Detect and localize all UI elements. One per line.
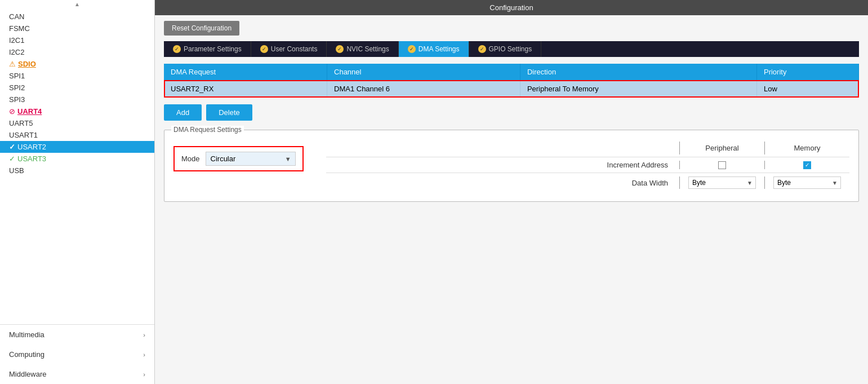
memory-increment-cell[interactable]: ✓	[765, 161, 849, 169]
sidebar-item-i2c1[interactable]: I2C1	[0, 34, 154, 46]
dma-col-channel: Channel	[327, 64, 520, 80]
sidebar-item-sdio[interactable]: ⚠ SDIO	[0, 58, 154, 70]
tabs-bar: ✓Parameter Settings✓User Constants✓NVIC …	[164, 41, 859, 57]
sidebar-item-uart5[interactable]: UART5	[0, 117, 154, 129]
tab-check-icon: ✓	[408, 45, 416, 53]
sidebar-item-label-can: CAN	[9, 12, 24, 21]
sidebar-item-can[interactable]: CAN	[0, 11, 154, 23]
peripheral-memory-section: Peripheral Memory Increment Address	[326, 142, 849, 192]
sidebar-item-label-spi2: SPI2	[9, 83, 25, 92]
warning-icon: ⚠	[9, 60, 16, 68]
memory-header: Memory	[765, 142, 849, 155]
config-title: Configuration	[489, 3, 533, 12]
peripheral-header: Peripheral	[680, 142, 764, 155]
sidebar-item-label-i2c2: I2C2	[9, 48, 24, 56]
sidebar-section-middleware[interactable]: Middleware›	[0, 364, 154, 384]
mode-select-wrapper: NormalCircular ▼	[206, 152, 296, 166]
dma-table-row[interactable]: USART2_RXDMA1 Channel 6Peripheral To Mem…	[164, 80, 859, 98]
dma-col-priority: Priority	[756, 64, 858, 80]
tab-label-parameter: Parameter Settings	[184, 45, 242, 53]
sidebar-section-multimedia[interactable]: Multimedia›	[0, 325, 154, 345]
sidebar: ▲ CANFSMCI2C1I2C2⚠ SDIOSPI1SPI2SPI3⊘ UAR…	[0, 0, 155, 384]
checkmark-icon: ✓	[9, 143, 15, 151]
config-body: Reset Configuration ✓Parameter Settings✓…	[155, 15, 868, 384]
chevron-right-icon: ›	[143, 351, 145, 358]
sidebar-sections: Multimedia›Computing›Middleware›	[0, 324, 154, 384]
mode-label: Mode	[181, 155, 200, 163]
tab-label-nvic: NVIC Settings	[346, 45, 389, 53]
tab-check-icon: ✓	[478, 45, 486, 53]
sidebar-item-usart2[interactable]: ✓ USART2	[0, 141, 154, 153]
data-width-label: Data Width	[326, 179, 679, 187]
sidebar-item-label-usart1: USART1	[9, 131, 38, 139]
memory-increment-checkbox[interactable]: ✓	[803, 161, 811, 169]
sidebar-item-fsmc[interactable]: FSMC	[0, 23, 154, 34]
add-button[interactable]: Add	[164, 104, 202, 121]
data-width-row: Data Width ByteHalf WordWord ▼	[326, 173, 849, 192]
dma-col-direction: Direction	[520, 64, 756, 80]
tab-label-dma: DMA Settings	[419, 45, 460, 53]
sidebar-item-label-usart2: USART2	[17, 143, 46, 151]
sidebar-item-usart3[interactable]: ✓ USART3	[0, 153, 154, 165]
peripheral-data-width-select-wrapper: ByteHalf WordWord ▼	[688, 176, 756, 189]
mode-section: Mode NormalCircular ▼	[173, 146, 304, 171]
dma-settings-legend: DMA Request Settings	[171, 126, 244, 134]
dma-table-body: USART2_RXDMA1 Channel 6Peripheral To Mem…	[164, 80, 859, 98]
dma-cell-direction: Peripheral To Memory	[520, 80, 756, 98]
sidebar-item-i2c2[interactable]: I2C2	[0, 46, 154, 58]
sidebar-item-usb[interactable]: USB	[0, 165, 154, 176]
sidebar-item-spi1[interactable]: SPI1	[0, 70, 154, 82]
memory-data-width-select[interactable]: ByteHalf WordWord	[773, 176, 841, 189]
tab-check-icon: ✓	[173, 45, 181, 53]
sidebar-section-label-middleware: Middleware	[9, 370, 46, 378]
tab-user_constants[interactable]: ✓User Constants	[251, 41, 327, 57]
tab-label-gpio: GPIO Settings	[489, 45, 532, 53]
chevron-right-icon: ›	[143, 332, 145, 338]
peripheral-data-width-select[interactable]: ByteHalf WordWord	[688, 176, 756, 189]
sidebar-section-label-computing: Computing	[9, 350, 44, 359]
memory-data-width-cell: ByteHalf WordWord ▼	[765, 176, 849, 189]
dma-col-dma-request: DMA Request	[164, 64, 327, 80]
check-icon: ✓	[9, 155, 15, 163]
sidebar-item-label-usb: USB	[9, 166, 24, 175]
sidebar-section-label-multimedia: Multimedia	[9, 330, 44, 339]
dma-table-header-row: DMA RequestChannelDirectionPriority	[164, 64, 859, 80]
dma-request-settings: DMA Request Settings Mode NormalCircular…	[164, 130, 859, 202]
tab-check-icon: ✓	[260, 45, 268, 53]
mode-select[interactable]: NormalCircular	[206, 152, 296, 166]
sidebar-item-label-spi3: SPI3	[9, 95, 25, 104]
delete-button[interactable]: Delete	[206, 104, 252, 121]
peripheral-data-width-cell: ByteHalf WordWord ▼	[680, 176, 764, 189]
dma-cell-channel: DMA1 Channel 6	[327, 80, 520, 98]
tab-check-icon: ✓	[336, 45, 344, 53]
main-content: Configuration Reset Configuration ✓Param…	[155, 0, 868, 384]
action-buttons: Add Delete	[164, 104, 859, 121]
tab-parameter[interactable]: ✓Parameter Settings	[164, 41, 251, 57]
sidebar-item-usart1[interactable]: USART1	[0, 129, 154, 141]
scroll-up-arrow[interactable]: ▲	[0, 0, 154, 8]
sidebar-item-label-usart3: USART3	[17, 155, 46, 163]
cancel-icon: ⊘	[9, 107, 15, 116]
tab-nvic[interactable]: ✓NVIC Settings	[327, 41, 398, 57]
sidebar-item-label-sdio: SDIO	[18, 60, 36, 68]
chevron-right-icon: ›	[143, 371, 145, 378]
reset-configuration-button[interactable]: Reset Configuration	[164, 21, 239, 36]
tab-gpio[interactable]: ✓GPIO Settings	[469, 41, 542, 57]
sidebar-item-spi3[interactable]: SPI3	[0, 94, 154, 105]
sidebar-item-label-spi1: SPI1	[9, 72, 25, 80]
sidebar-item-label-uart5: UART5	[9, 119, 33, 127]
sidebar-section-computing[interactable]: Computing›	[0, 345, 154, 364]
increment-address-label: Increment Address	[326, 161, 679, 169]
sidebar-item-label-i2c1: I2C1	[9, 36, 24, 45]
tab-label-user_constants: User Constants	[271, 45, 318, 53]
sidebar-item-label-fsmc: FSMC	[9, 24, 30, 33]
memory-data-width-select-wrapper: ByteHalf WordWord ▼	[773, 176, 841, 189]
sidebar-item-spi2[interactable]: SPI2	[0, 82, 154, 94]
dma-cell-priority: Low	[756, 80, 858, 98]
sidebar-item-uart4[interactable]: ⊘ UART4	[0, 105, 154, 117]
increment-address-row: Increment Address ✓	[326, 157, 849, 173]
sidebar-item-label-uart4: UART4	[17, 107, 42, 116]
peripheral-increment-cell[interactable]	[680, 161, 764, 169]
tab-dma[interactable]: ✓DMA Settings	[399, 41, 469, 57]
peripheral-increment-checkbox[interactable]	[718, 161, 726, 169]
